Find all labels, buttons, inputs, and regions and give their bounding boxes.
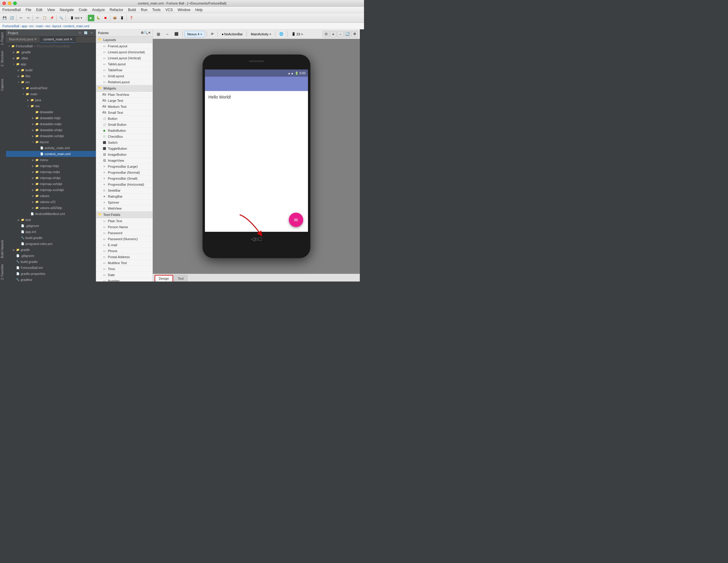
menu-edit[interactable]: Edit <box>36 8 43 12</box>
palette-relativelayout[interactable]: ▭RelativeLayout <box>96 79 152 85</box>
run-button[interactable]: ▶ <box>88 15 94 21</box>
avd-manager-btn[interactable]: 📱 <box>119 15 125 21</box>
tree-gradle[interactable]: ▶ 📁 gradle <box>6 247 96 253</box>
tree-drawable-mdpi[interactable]: ▶ 📁 drawable-mdpi <box>6 121 96 127</box>
palette-phone[interactable]: ▭Phone <box>96 248 152 254</box>
palette-webview[interactable]: ⊙WebView <box>96 206 152 212</box>
palette-progressbar-h[interactable]: ≡ProgressBar (Horizontal) <box>96 182 152 188</box>
menu-code[interactable]: Code <box>79 8 87 12</box>
tree-proguard[interactable]: 📄 proguard-rules.pro <box>6 241 96 247</box>
stop-button[interactable]: ⏹ <box>102 15 109 21</box>
app-selector[interactable]: 📱 app ▾ <box>67 15 85 21</box>
tab-mainactivity[interactable]: MainActivity.java ✕ <box>6 37 40 43</box>
panel-sync-btn[interactable]: 🔄 <box>83 31 88 35</box>
palette-imageview[interactable]: 🖼ImageView <box>96 158 152 164</box>
viewport-btn[interactable]: ⊞ <box>155 31 162 37</box>
palette-imagebutton[interactable]: 🖼ImageButton <box>96 152 152 158</box>
palette-postal-address[interactable]: ▭Postal Address <box>96 254 152 260</box>
toolbar-sync-btn[interactable]: 🔄 <box>8 15 15 21</box>
tree-fortuneball[interactable]: ▾ 📁 FortuneBall (~/Documents/FortuneBall… <box>6 43 96 49</box>
palette-person-name[interactable]: ▭Person Name <box>96 224 152 230</box>
rotate-btn[interactable]: ⟳ <box>209 31 216 37</box>
tree-mipmap-xhdpi[interactable]: ▶ 📁 mipmap-xhdpi <box>6 175 96 181</box>
palette-tablerow[interactable]: ▭TableRow <box>96 67 152 73</box>
tree-menu[interactable]: ▶ 📁 menu <box>6 157 96 163</box>
tree-drawable-xhdpi[interactable]: ▶ 📁 drawable-xhdpi <box>6 127 96 133</box>
theme-selector[interactable]: ● NoActionBar <box>220 31 245 37</box>
palette-checkbox[interactable]: ☑CheckBox <box>96 134 152 140</box>
palette-linearlayout-v[interactable]: ▭LinearLayout (Vertical) <box>96 55 152 61</box>
palette-plain-textview[interactable]: AbPlain TextView <box>96 92 152 98</box>
home-btn[interactable]: ○ <box>255 236 259 242</box>
menu-window[interactable]: Window <box>178 8 191 12</box>
tree-mipmap-hdpi[interactable]: ▶ 📁 mipmap-hdpi <box>6 163 96 169</box>
palette-cat-layouts[interactable]: 📁 Layouts <box>96 37 152 43</box>
palette-switch[interactable]: ⬛Switch <box>96 140 152 146</box>
panel-settings-btn[interactable]: ⚙ <box>77 31 82 35</box>
layout-editor-btn[interactable]: ⬛ <box>172 31 181 37</box>
menu-analyze[interactable]: Analyze <box>92 8 105 12</box>
locale-selector[interactable]: 🌐 <box>277 31 286 37</box>
tree-values-v21[interactable]: ▶ 📁 values-v21 <box>6 199 96 205</box>
toolbar-search-btn[interactable]: 🔍 <box>58 15 64 21</box>
text-tab[interactable]: Text <box>174 275 188 282</box>
tree-app-iml[interactable]: 📄 app.iml <box>6 229 96 235</box>
refresh-btn[interactable]: 🔄 <box>344 31 351 37</box>
close-button[interactable] <box>2 1 6 5</box>
help-btn[interactable]: ❓ <box>128 15 135 21</box>
tree-src[interactable]: ▾ 📁 src <box>6 79 96 85</box>
tree-mipmap-xxxhdpi[interactable]: ▶ 📁 mipmap-xxxhdpi <box>6 187 96 193</box>
palette-progressbar-normal[interactable]: ≡ProgressBar (Normal) <box>96 170 152 176</box>
tab-content-main[interactable]: content_main.xml ✕ <box>40 37 76 43</box>
palette-large-text[interactable]: AbLarge Text <box>96 98 152 104</box>
menu-help[interactable]: Help <box>195 8 203 12</box>
tree-mipmap-mdpi[interactable]: ▶ 📁 mipmap-mdpi <box>6 169 96 175</box>
structure-tab[interactable]: Z: Structure <box>0 49 6 68</box>
debug-button[interactable]: 🐛 <box>95 15 102 21</box>
tree-test[interactable]: ▶ 📁 test <box>6 217 96 223</box>
palette-small-text[interactable]: AbSmall Text <box>96 110 152 116</box>
palette-progressbar-small[interactable]: ≡ProgressBar (Small) <box>96 176 152 182</box>
palette-date[interactable]: ▭Date <box>96 272 152 278</box>
palette-gridlayout[interactable]: ▭GridLayout <box>96 73 152 79</box>
tree-java[interactable]: ▶ 📁 java <box>6 97 96 103</box>
tree-drawable[interactable]: 📁 drawable <box>6 109 96 115</box>
tree-gradle-hidden[interactable]: ▶ 📁 .gradle <box>6 49 96 55</box>
palette-number[interactable]: ▭Number <box>96 278 152 282</box>
maximize-button[interactable] <box>13 1 17 5</box>
toolbar-paste-btn[interactable]: 📌 <box>49 15 55 21</box>
tree-activity-main-xml[interactable]: 📄 activity_main.xml <box>6 145 96 151</box>
palette-radiobutton[interactable]: ◉RadioButton <box>96 128 152 134</box>
palette-tablelayout[interactable]: ▭TableLayout <box>96 61 152 67</box>
menu-build[interactable]: Build <box>128 8 136 12</box>
breadcrumb-app[interactable]: app <box>22 24 27 28</box>
palette-ratingbar[interactable]: ★RatingBar <box>96 194 152 200</box>
device-selector[interactable]: Nexus 4 > <box>185 31 205 37</box>
sdk-manager-btn[interactable]: 📦 <box>111 15 118 21</box>
tree-values[interactable]: ▶ 📁 values <box>6 193 96 199</box>
pan-btn[interactable]: ↔ <box>164 31 171 37</box>
project-tab[interactable]: 1: Project <box>0 31 6 47</box>
toolbar-copy-btn[interactable]: 📋 <box>41 15 48 21</box>
palette-spinner[interactable]: ≡Spinner <box>96 200 152 206</box>
tree-gitignore-app[interactable]: 📄 .gitignore <box>6 223 96 229</box>
palette-cat-widgets[interactable]: 📁 Widgets <box>96 85 152 92</box>
design-tab[interactable]: Design <box>155 275 173 282</box>
zoom-fit-btn[interactable]: ⊡ <box>323 31 329 37</box>
palette-progressbar-large[interactable]: ≡ProgressBar (Large) <box>96 164 152 170</box>
minimize-button[interactable] <box>8 1 11 5</box>
tree-gradlew[interactable]: 🔧 gradlew <box>6 277 96 282</box>
favorites-tab[interactable]: 2: Favorites <box>0 262 6 282</box>
breadcrumb-src[interactable]: src <box>29 24 34 28</box>
palette-cat-textfields[interactable]: 📁 Text Fields <box>96 212 152 218</box>
toolbar-redo-btn[interactable]: ↪ <box>25 15 31 21</box>
palette-time[interactable]: ▭Time <box>96 266 152 272</box>
palette-framelayout[interactable]: ▭FrameLayout <box>96 43 152 49</box>
build-variants-tab[interactable]: Build Variants <box>0 238 6 260</box>
tree-gitignore-root[interactable]: 📄 .gitignore <box>6 253 96 259</box>
palette-togglebutton[interactable]: ⬛ToggleButton <box>96 146 152 152</box>
breadcrumb-res[interactable]: res <box>46 24 50 28</box>
back-btn[interactable]: ◁ <box>251 236 255 242</box>
palette-medium-text[interactable]: AbMedium Text <box>96 104 152 110</box>
menu-tools[interactable]: Tools <box>152 8 161 12</box>
